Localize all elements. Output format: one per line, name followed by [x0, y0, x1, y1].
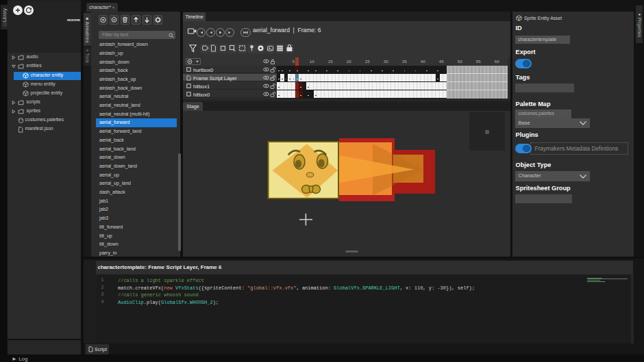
- svg-text:PROTOTYPE: PROTOTYPE: [67, 18, 80, 22]
